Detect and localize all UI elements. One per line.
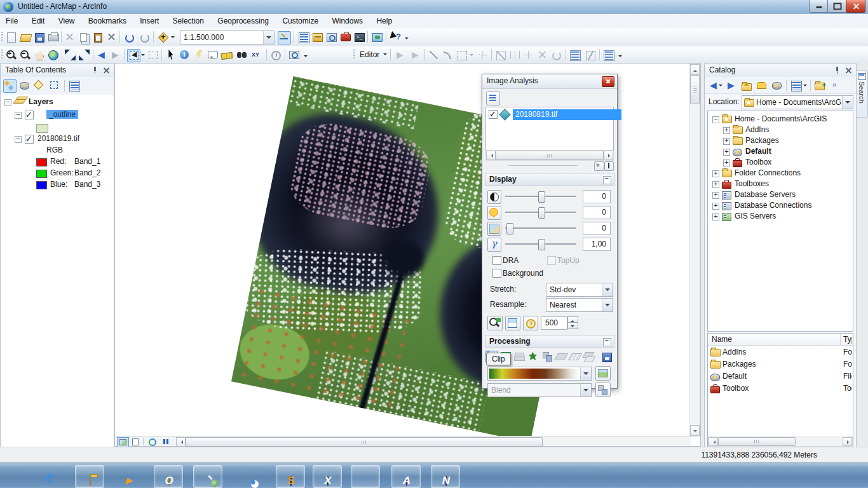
transparency-value[interactable]: 0 [583, 222, 611, 235]
arctoolbox-icon[interactable] [341, 34, 351, 41]
layout-view-button[interactable] [130, 437, 140, 446]
editor-menu[interactable]: Editor [360, 50, 379, 59]
table-row[interactable]: AddIns Folder [708, 348, 853, 358]
identify-icon[interactable] [180, 50, 189, 59]
forward-extent-icon[interactable]: ▶ [109, 49, 121, 61]
undo-icon[interactable] [123, 31, 135, 43]
catalog-view-menu-icon[interactable] [791, 81, 802, 92]
copy-icon[interactable] [80, 33, 87, 42]
raster-layer-label[interactable]: 20180819.tif [37, 134, 79, 143]
find-icon[interactable] [236, 49, 248, 61]
hyperlink-icon[interactable] [195, 50, 203, 60]
table-hscrollbar[interactable] [708, 437, 853, 447]
search-window-icon[interactable] [327, 33, 337, 42]
flicker-interval-spinner[interactable] [567, 316, 577, 329]
back-extent-icon[interactable]: ◀ [95, 49, 107, 61]
image-analysis-dialog[interactable]: Image Analysis 20180819.tif « [482, 74, 618, 389]
pause-drawing-button[interactable] [161, 437, 172, 446]
catalog-back-dropdown-icon[interactable] [719, 85, 722, 88]
green-band-swatch[interactable] [36, 170, 47, 178]
tree-expander-icon[interactable] [712, 203, 719, 210]
open-folder-icon[interactable] [20, 34, 32, 42]
background-checkbox[interactable] [492, 269, 501, 278]
viewer-window-icon[interactable] [289, 51, 299, 59]
table-row[interactable]: Toolbox Toolbox [708, 384, 853, 395]
taskbar-chrome-icon[interactable] [233, 465, 261, 487]
toolbar-overflow-icon[interactable] [405, 37, 409, 41]
raster-expander-icon[interactable] [15, 136, 22, 143]
fixed-zoom-in-icon[interactable] [64, 49, 76, 61]
menu-windows[interactable]: Windows [326, 14, 369, 25]
outline-layer-label[interactable]: _outline [46, 110, 78, 119]
cut-icon[interactable] [64, 31, 76, 43]
edit-vertices-icon[interactable] [278, 31, 291, 44]
expand-panel-icon[interactable] [604, 161, 614, 171]
catalog-window-icon[interactable] [313, 33, 323, 42]
menu-selection[interactable]: Selection [167, 14, 210, 25]
clear-selection-icon[interactable] [149, 51, 158, 59]
catalog-view-dropdown-icon[interactable] [803, 85, 807, 88]
time-slider-icon[interactable] [271, 51, 281, 60]
taskbar-excel-icon[interactable] [313, 465, 342, 488]
layer-checkbox[interactable] [489, 110, 498, 119]
close-button[interactable] [846, 0, 865, 13]
zoom-out-icon[interactable] [19, 49, 31, 61]
processing-collapse-icon[interactable] [603, 338, 611, 346]
location-combobox[interactable]: Home - Documents\ArcGIS [742, 95, 853, 109]
outline-visibility-checkbox[interactable] [25, 111, 34, 119]
redo-icon[interactable] [139, 31, 151, 43]
layers-expander-icon[interactable] [4, 99, 11, 106]
paste-icon[interactable] [94, 33, 102, 43]
outline-symbol-swatch[interactable] [36, 124, 48, 133]
home-folder-icon[interactable] [756, 79, 768, 92]
editor-overflow-icon[interactable] [618, 55, 622, 59]
up-one-level-icon[interactable] [740, 79, 752, 92]
measure-icon[interactable] [220, 52, 233, 60]
connect-folder-icon[interactable]: + [814, 79, 826, 92]
map-hscroll-thumb[interactable] [186, 437, 543, 447]
dialog-splitter[interactable] [508, 165, 578, 166]
create-features-icon[interactable] [604, 50, 614, 61]
save-icon[interactable] [35, 33, 44, 43]
edit-tool-icon[interactable]: ▶ [394, 49, 406, 61]
display-section-header[interactable]: Display [485, 173, 614, 186]
menu-view[interactable]: View [53, 14, 81, 25]
layer-list-hscrollbar[interactable] [485, 150, 614, 161]
fixed-zoom-out-icon[interactable] [78, 49, 90, 61]
move-tool-icon[interactable] [524, 51, 532, 59]
toc-pin-icon[interactable] [92, 67, 98, 74]
image-analysis-titlebar[interactable]: Image Analysis [482, 74, 617, 89]
map-scroll-up-icon[interactable] [690, 64, 700, 75]
modelbuilder-icon[interactable] [372, 33, 383, 42]
name-column-header[interactable]: Name [712, 335, 732, 344]
gamma-slider[interactable] [505, 238, 576, 250]
contrast-slider[interactable] [505, 191, 576, 202]
add-data-dropdown-icon[interactable] [171, 36, 175, 40]
layer-list-scroll-right-icon[interactable] [604, 151, 613, 160]
tree-expander-icon[interactable] [712, 181, 719, 188]
menu-bookmarks[interactable]: Bookmarks [83, 14, 132, 25]
catalog-more-chevron-icon[interactable]: » [831, 79, 843, 92]
image-analysis-close-icon[interactable] [602, 76, 614, 87]
raster-visibility-checkbox[interactable] [25, 135, 34, 144]
tree-expander-icon[interactable] [712, 116, 719, 123]
minimize-button[interactable] [809, 0, 829, 13]
red-band-swatch[interactable] [36, 158, 47, 166]
taskbar-arcmap-icon[interactable] [193, 465, 222, 488]
shaded-relief-icon[interactable] [555, 351, 567, 362]
sketch-properties-icon[interactable] [586, 51, 595, 60]
whats-this-icon[interactable] [390, 31, 402, 43]
python-window-icon[interactable] [355, 33, 365, 42]
taskbar-onenote-icon[interactable] [431, 465, 460, 488]
zoom-in-icon[interactable] [5, 49, 17, 61]
taskbar-outlook-icon[interactable] [154, 465, 183, 488]
add-data-icon[interactable] [157, 31, 169, 43]
trace-tool-icon[interactable] [458, 51, 467, 60]
mosaic-icon[interactable] [513, 351, 525, 362]
menu-help[interactable]: Help [370, 14, 398, 25]
collapse-all-icon[interactable]: « [594, 161, 604, 171]
print-icon[interactable] [48, 34, 59, 41]
taskbar-explorer-icon[interactable] [75, 465, 104, 488]
menu-insert[interactable]: Insert [134, 14, 165, 25]
image-analysis-options-icon[interactable] [486, 92, 500, 105]
